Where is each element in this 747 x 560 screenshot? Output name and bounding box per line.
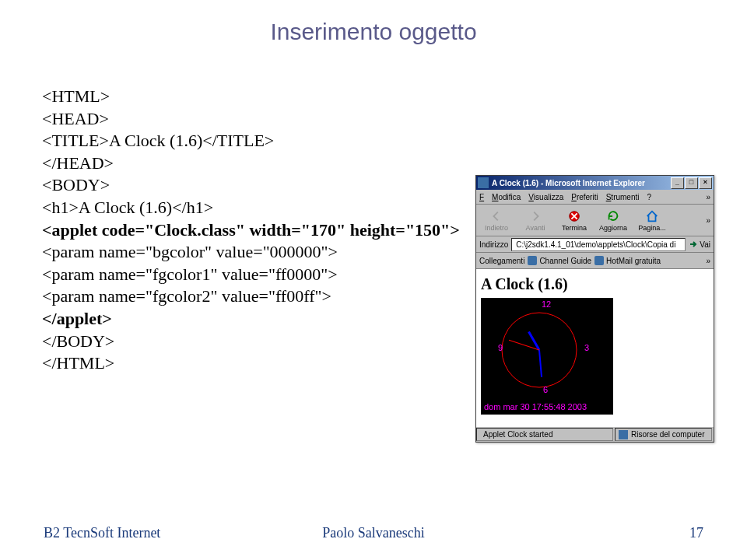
- menu-help[interactable]: ?: [647, 193, 651, 201]
- browser-window: A Clock (1.6) - Microsoft Internet Explo…: [475, 175, 714, 443]
- home-icon: [645, 209, 659, 223]
- code-line: <BODY>: [42, 174, 460, 197]
- computer-icon: [619, 430, 628, 439]
- code-listing: <HTML> <HEAD> <TITLE>A Clock (1.6)</TITL…: [42, 86, 460, 375]
- footer-left: B2 TecnSoft Internet: [44, 525, 160, 541]
- url-input[interactable]: C:\j2sdk1.4.1_01\demo\applets\Clock\Copi…: [511, 238, 686, 251]
- clock-num-9: 9: [498, 343, 503, 352]
- page-title: Inserimento oggetto: [0, 0, 747, 45]
- toolbar: Indietro Avanti Termina Aggiorna Pagina.…: [476, 205, 714, 236]
- close-button[interactable]: ×: [699, 177, 712, 189]
- menu-file[interactable]: F: [479, 193, 484, 201]
- code-line: <h1>A Clock (1.6)</h1>: [42, 197, 460, 219]
- titlebar[interactable]: A Clock (1.6) - Microsoft Internet Explo…: [476, 176, 714, 190]
- refresh-icon: [606, 209, 620, 223]
- code-line: <param name="fgcolor2" value="ff00ff">: [42, 285, 460, 308]
- footer-center: Paolo Salvaneschi: [322, 525, 424, 541]
- menu-view[interactable]: Visualizza: [528, 193, 563, 201]
- links-bar: Collegamenti Channel Guide HotMail gratu…: [476, 253, 714, 269]
- code-line: <param name="bgcolor" value="000000">: [42, 241, 460, 264]
- stop-icon: [567, 209, 581, 223]
- maximize-button[interactable]: □: [685, 177, 698, 189]
- stop-button[interactable]: Termina: [557, 209, 591, 232]
- clock-date: dom mar 30 17:55:48 2003: [484, 402, 587, 411]
- clock-num-6: 6: [543, 385, 548, 394]
- address-bar: Indirizzo C:\j2sdk1.4.1_01\demo\applets\…: [476, 236, 714, 253]
- menu-tools[interactable]: Strumenti: [606, 193, 640, 201]
- code-line: <applet code="Clock.class" width="170" h…: [42, 219, 460, 242]
- code-line: <param name="fgcolor1" value="ff0000">: [42, 264, 460, 286]
- go-button[interactable]: Vai: [689, 240, 710, 249]
- link-hotmail[interactable]: HotMail gratuita: [594, 256, 661, 265]
- home-button[interactable]: Pagina...: [635, 209, 669, 232]
- minimize-button[interactable]: _: [671, 177, 684, 189]
- go-arrow-icon: [689, 240, 698, 249]
- links-label: Collegamenti: [479, 257, 524, 265]
- code-line: <HEAD>: [42, 108, 460, 131]
- svg-line-2: [539, 350, 542, 377]
- status-text: Applet Clock started: [476, 428, 613, 441]
- refresh-button[interactable]: Aggiorna: [596, 209, 630, 232]
- status-bar: Applet Clock started Risorse del compute…: [476, 426, 714, 442]
- forward-arrow-icon: [528, 209, 542, 223]
- code-line: <TITLE>A Clock (1.6)</TITLE>: [42, 130, 460, 152]
- address-label: Indirizzo: [479, 240, 508, 249]
- code-line: </HEAD>: [42, 152, 460, 175]
- menu-favorites[interactable]: Preferiti: [571, 193, 598, 201]
- links-overflow-icon[interactable]: »: [706, 257, 710, 265]
- zone-indicator: Risorse del computer: [615, 428, 712, 441]
- clock-num-12: 12: [542, 299, 551, 309]
- code-line: </BODY>: [42, 331, 460, 353]
- back-button[interactable]: Indietro: [479, 209, 514, 232]
- clock-face: [496, 307, 582, 393]
- code-line: <HTML>: [42, 86, 460, 108]
- menu-overflow-icon[interactable]: »: [706, 193, 710, 201]
- footer-right: 17: [689, 525, 703, 541]
- menu-edit[interactable]: Modifica: [492, 193, 521, 201]
- link-icon: [594, 256, 604, 265]
- forward-button[interactable]: Avanti: [518, 209, 552, 232]
- content-heading: A Clock (1.6): [481, 275, 709, 293]
- code-line: </HTML>: [42, 352, 460, 375]
- toolbar-overflow-icon[interactable]: »: [706, 216, 710, 225]
- page-content: A Clock (1.6) 12 3 6 9 dom mar 30 17:55:…: [476, 269, 714, 426]
- slide-footer: B2 TecnSoft Internet Paolo Salvaneschi 1…: [0, 525, 747, 541]
- link-channel-guide[interactable]: Channel Guide: [528, 256, 591, 265]
- back-arrow-icon: [489, 209, 503, 223]
- menubar: F Modifica Visualizza Preferiti Strument…: [476, 190, 714, 205]
- code-line: </applet>: [42, 308, 460, 331]
- window-title: A Clock (1.6) - Microsoft Internet Explo…: [492, 179, 645, 187]
- clock-applet: 12 3 6 9 dom mar 30 17:55:48 2003: [481, 298, 613, 415]
- link-icon: [528, 256, 537, 265]
- clock-num-3: 3: [584, 343, 589, 352]
- ie-icon: [478, 177, 489, 188]
